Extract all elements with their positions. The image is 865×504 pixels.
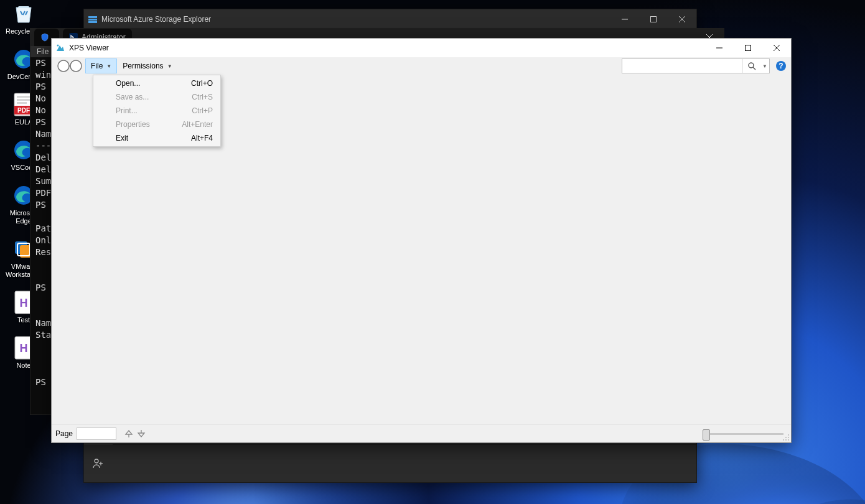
menu-item-shortcut: Alt+Enter	[182, 120, 213, 129]
svg-rect-16	[88, 16, 97, 18]
file-menu-button[interactable]: File ▼	[85, 58, 117, 73]
azure-app-icon	[84, 14, 101, 24]
azure-accounts-button[interactable]	[84, 445, 113, 482]
azure-title-text: Microsoft Azure Storage Explorer	[101, 15, 211, 24]
azure-maximize-button[interactable]	[639, 9, 668, 29]
xps-close-button[interactable]	[762, 39, 791, 57]
svg-point-42	[788, 434, 789, 436]
azure-minimize-button[interactable]	[610, 9, 639, 29]
page-number-input[interactable]	[77, 427, 116, 440]
azure-titlebar[interactable]: Microsoft Azure Storage Explorer	[84, 9, 696, 29]
reading-view-icon[interactable]	[54, 59, 85, 73]
svg-text:?: ?	[778, 62, 783, 70]
svg-line-37	[753, 67, 755, 70]
file-menu-item-exit[interactable]: ExitAlt+F4	[95, 131, 219, 145]
svg-point-34	[58, 60, 69, 72]
file-menu-dropdown: Open...Ctrl+OSave as...Ctrl+SPrint...Ctr…	[93, 75, 221, 147]
search-input[interactable]	[622, 62, 742, 70]
svg-rect-6	[17, 102, 27, 104]
menu-item-label: Exit	[116, 134, 128, 142]
zoom-slider[interactable]	[703, 433, 783, 435]
desktop-icon-label: Note	[16, 362, 30, 370]
menu-item-shortcut: Ctrl+S	[192, 93, 213, 101]
chevron-down-icon: ▼	[106, 63, 111, 69]
menu-item-label: Print...	[116, 106, 138, 115]
azure-close-button[interactable]	[668, 9, 696, 29]
page-down-icon[interactable]	[136, 429, 146, 439]
xps-titlebar[interactable]: XPS Viewer	[52, 39, 791, 57]
svg-point-36	[749, 63, 754, 68]
xps-statusbar: Page	[52, 424, 791, 442]
svg-point-23	[95, 459, 98, 463]
svg-rect-17	[88, 19, 97, 21]
menu-item-label: Save as...	[116, 93, 149, 101]
svg-point-35	[70, 60, 82, 72]
menu-item-label: Open...	[116, 79, 140, 88]
page-up-icon[interactable]	[124, 429, 134, 439]
help-icon[interactable]: ?	[774, 58, 788, 73]
xps-toolbar: File ▼ Permissions ▼ ▼ ?	[52, 57, 791, 75]
resize-grip-icon[interactable]	[782, 434, 790, 441]
xps-minimize-button[interactable]	[705, 39, 734, 57]
shield-icon	[40, 33, 49, 42]
menu-item-shortcut: Alt+F4	[191, 134, 213, 142]
svg-point-43	[788, 437, 789, 438]
page-label: Page	[52, 429, 77, 438]
file-menu-label: File	[91, 62, 103, 70]
svg-rect-4	[17, 96, 30, 98]
menu-item-shortcut: Ctrl+P	[192, 106, 213, 115]
search-box[interactable]: ▼	[622, 58, 770, 73]
svg-point-46	[785, 439, 787, 441]
file-menu-item-save-as: Save as...Ctrl+S	[95, 90, 219, 104]
xps-title-text: XPS Viewer	[69, 44, 109, 52]
chevron-down-icon: ▼	[167, 63, 172, 69]
svg-rect-5	[17, 99, 30, 101]
xps-maximize-button[interactable]	[734, 39, 762, 57]
svg-text:H: H	[20, 342, 28, 355]
file-menu-item-open[interactable]: Open...Ctrl+O	[95, 77, 219, 90]
menu-item-shortcut: Ctrl+O	[191, 79, 213, 88]
permissions-menu-label: Permissions	[123, 62, 163, 70]
permissions-menu-button[interactable]: Permissions ▼	[117, 58, 177, 73]
svg-text:H: H	[20, 297, 28, 309]
svg-rect-18	[88, 21, 97, 23]
azure-statusbar	[113, 444, 696, 482]
recycle-bin-icon	[11, 1, 36, 26]
ps-menu-file[interactable]: File	[37, 47, 49, 56]
xps-app-icon	[52, 43, 69, 53]
svg-point-44	[788, 439, 789, 441]
svg-rect-31	[746, 45, 751, 51]
file-menu-item-print: Print...Ctrl+P	[95, 104, 219, 118]
svg-point-47	[783, 439, 784, 441]
desktop-icon-label: Test	[17, 316, 30, 324]
svg-point-45	[785, 437, 787, 438]
search-dropdown-icon[interactable]: ▼	[760, 63, 769, 69]
svg-point-29	[57, 45, 59, 47]
search-icon[interactable]	[742, 59, 760, 73]
menu-item-label: Properties	[116, 120, 150, 129]
file-menu-item-properties: PropertiesAlt+Enter	[95, 118, 219, 131]
svg-text:PDF: PDF	[17, 107, 30, 114]
svg-rect-20	[651, 17, 657, 22]
xps-viewer-window[interactable]: XPS Viewer File ▼ Permissions ▼ ▼ ?	[51, 38, 792, 443]
